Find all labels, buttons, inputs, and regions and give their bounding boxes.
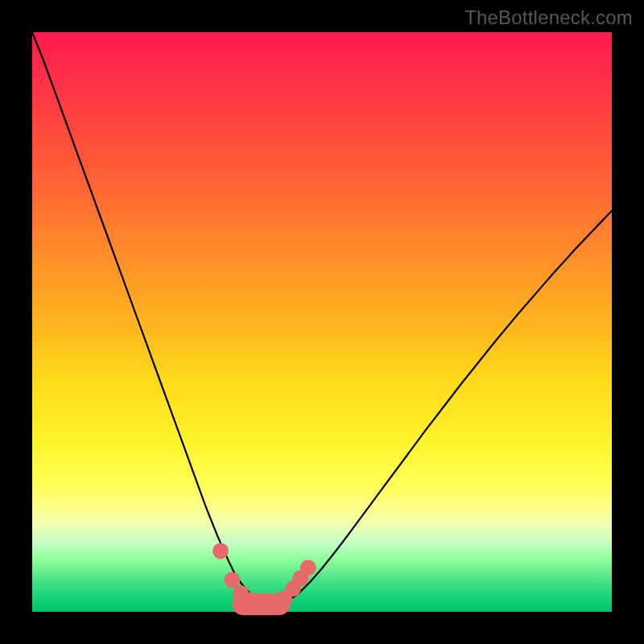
chart-frame: TheBottleneck.com [0,0,644,644]
plot-area [32,32,612,612]
curve-markers [213,543,316,613]
curve-line [32,32,612,606]
curve-marker [213,543,229,559]
curve-marker [224,572,240,588]
curve-marker [300,559,316,576]
watermark-text: TheBottleneck.com [464,6,633,29]
bottleneck-curve [32,32,612,612]
